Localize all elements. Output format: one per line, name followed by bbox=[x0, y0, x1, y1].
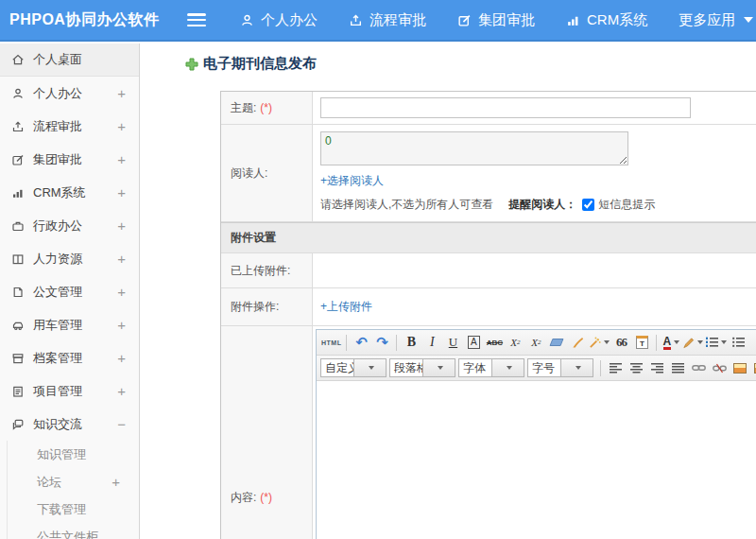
align-right-button[interactable] bbox=[647, 358, 666, 377]
edit-approval-icon bbox=[457, 13, 472, 27]
sidebar-item-archive-management[interactable]: 档案管理 + bbox=[0, 341, 139, 374]
expand-toggle[interactable]: + bbox=[117, 284, 126, 300]
sidebar-item-document-management[interactable]: 公文管理 + bbox=[0, 275, 139, 308]
nav-label: 更多应用 bbox=[679, 11, 735, 29]
sidebar-subitem-knowledge-management[interactable]: 知识管理 bbox=[8, 441, 139, 468]
nav-personal-office[interactable]: 个人办公 bbox=[240, 11, 318, 29]
underline-button[interactable]: U bbox=[443, 333, 462, 352]
expand-toggle[interactable]: + bbox=[117, 217, 126, 234]
nav-group-approval[interactable]: 集团审批 bbox=[457, 11, 535, 29]
redo-button[interactable]: ↷ bbox=[372, 333, 391, 352]
strikethrough-button[interactable]: ABC bbox=[485, 333, 504, 352]
rich-text-editor: HTML ↶ ↷ B I U A ABC X2 X2 bbox=[316, 329, 756, 539]
expand-toggle[interactable]: + bbox=[117, 118, 126, 134]
font-size-select[interactable]: 字号 bbox=[527, 358, 593, 377]
sidebar-subitem-forum[interactable]: 论坛 + bbox=[8, 468, 139, 496]
sidebar-item-label: 流程审批 bbox=[33, 118, 82, 135]
sidebar-item-label: 行政办公 bbox=[33, 217, 82, 235]
paragraph-format-select[interactable]: 段落格式 bbox=[389, 358, 455, 377]
font-color-button[interactable]: A bbox=[662, 333, 680, 352]
highlight-color-button[interactable] bbox=[682, 333, 703, 352]
italic-button[interactable]: I bbox=[422, 333, 441, 352]
insert-link-button[interactable] bbox=[689, 358, 708, 377]
sidebar-item-label: 个人桌面 bbox=[33, 51, 82, 68]
toolbar-separator bbox=[656, 335, 657, 351]
remove-format-button[interactable] bbox=[547, 333, 566, 352]
format-painter-button[interactable] bbox=[568, 333, 587, 352]
sidebar-item-project-management[interactable]: 项目管理 + bbox=[0, 374, 139, 408]
expand-toggle[interactable]: + bbox=[117, 350, 126, 366]
app-logo[interactable]: PHPOA协同办公软件 bbox=[0, 10, 187, 30]
subscript-button[interactable]: X2 bbox=[526, 333, 545, 352]
sidebar-item-label: 用车管理 bbox=[33, 317, 82, 334]
sidebar-item-label: 知识交流 bbox=[33, 416, 82, 433]
expand-toggle[interactable]: + bbox=[117, 184, 126, 200]
choose-reader-link[interactable]: +选择阅读人 bbox=[320, 173, 384, 189]
align-justify-button[interactable] bbox=[668, 358, 687, 377]
expand-toggle[interactable]: + bbox=[117, 383, 126, 399]
align-left-button[interactable] bbox=[606, 358, 625, 377]
insert-image-button[interactable] bbox=[730, 358, 749, 377]
sidebar-item-knowledge-exchange[interactable]: 知识交流 − bbox=[0, 408, 139, 441]
reader-note-line: 请选择阅读人,不选为所有人可查看 提醒阅读人： 短信息提示 bbox=[320, 197, 655, 213]
sidebar-item-vehicle-management[interactable]: 用车管理 + bbox=[0, 308, 139, 341]
font-family-select[interactable]: 字体 bbox=[458, 358, 524, 377]
heading-style-select[interactable]: 自定义标题 bbox=[320, 358, 387, 377]
align-right-icon bbox=[651, 363, 663, 374]
bold-button[interactable]: B bbox=[402, 333, 421, 352]
sms-tip-checkbox[interactable] bbox=[582, 199, 594, 211]
nav-crm-system[interactable]: CRM系统 bbox=[566, 11, 647, 29]
bar-chart-icon bbox=[566, 13, 580, 27]
align-center-button[interactable] bbox=[627, 358, 645, 377]
script-base: X bbox=[510, 337, 517, 348]
add-icon bbox=[185, 58, 198, 71]
html-source-button[interactable]: HTML bbox=[321, 333, 341, 352]
sidebar-item-admin-office[interactable]: 行政办公 + bbox=[0, 209, 139, 242]
nav-more-apps[interactable]: 更多应用 bbox=[679, 11, 753, 29]
insert-media-button[interactable] bbox=[751, 358, 756, 377]
ordered-list-button[interactable] bbox=[705, 333, 727, 352]
edit-approval-icon bbox=[11, 153, 25, 166]
unordered-list-button[interactable] bbox=[729, 333, 747, 352]
expand-toggle[interactable]: + bbox=[117, 317, 126, 333]
subject-input[interactable] bbox=[320, 97, 691, 118]
quick-format-button[interactable] bbox=[589, 333, 610, 352]
sidebar-item-workflow-approval[interactable]: 流程审批 + bbox=[0, 110, 139, 143]
expand-toggle[interactable]: + bbox=[112, 474, 120, 490]
sidebar-item-personal-office[interactable]: 个人办公 + bbox=[0, 77, 139, 110]
paste-as-text-button[interactable]: T bbox=[632, 333, 651, 352]
text-style-button[interactable]: A bbox=[464, 333, 483, 352]
upload-attachment-link[interactable]: +上传附件 bbox=[320, 299, 372, 315]
editor-content-area[interactable] bbox=[317, 381, 756, 539]
book-icon bbox=[11, 252, 25, 266]
remove-link-button[interactable] bbox=[710, 358, 729, 377]
expand-toggle[interactable]: + bbox=[117, 151, 126, 167]
sidebar-item-human-resources[interactable]: 人力资源 + bbox=[0, 242, 139, 275]
reader-textarea[interactable]: 0 bbox=[320, 131, 628, 165]
sidebar-subitem-public-file-cabinet[interactable]: 公共文件柜 bbox=[8, 523, 139, 539]
sidebar-item-crm-system[interactable]: CRM系统 + bbox=[0, 176, 139, 209]
caret-down-icon bbox=[560, 359, 593, 376]
sidebar-item-group-approval[interactable]: 集团审批 + bbox=[0, 143, 139, 176]
menu-toggle-icon[interactable] bbox=[187, 13, 206, 26]
page-title-row: 电子期刊信息发布 bbox=[185, 55, 756, 73]
nav-workflow-approval[interactable]: 流程审批 bbox=[349, 11, 426, 29]
blockquote-button[interactable]: 66 bbox=[611, 333, 630, 352]
sidebar-item-personal-desktop[interactable]: 个人桌面 bbox=[0, 43, 139, 77]
superscript-button[interactable]: X2 bbox=[506, 333, 524, 352]
undo-button[interactable]: ↶ bbox=[352, 333, 370, 352]
sidebar-subitem-label: 下载管理 bbox=[37, 501, 86, 518]
attachment-action-label-cell: 附件操作: bbox=[221, 288, 313, 325]
uploaded-attachment-value-cell bbox=[313, 253, 756, 287]
script-base: X bbox=[531, 337, 538, 348]
chat-icon bbox=[11, 418, 25, 431]
sms-tip-label: 短信息提示 bbox=[598, 197, 655, 213]
nav-label: CRM系统 bbox=[587, 11, 647, 29]
sidebar-subitem-download-management[interactable]: 下载管理 bbox=[8, 496, 139, 523]
editor-toolbar-row2: 自定义标题 段落格式 字体 bbox=[317, 356, 756, 381]
caret-down-icon bbox=[674, 340, 679, 344]
caret-down-icon bbox=[491, 359, 524, 376]
expand-toggle[interactable]: + bbox=[117, 251, 126, 267]
collapse-toggle[interactable]: − bbox=[117, 416, 126, 432]
expand-toggle[interactable]: + bbox=[117, 85, 126, 101]
